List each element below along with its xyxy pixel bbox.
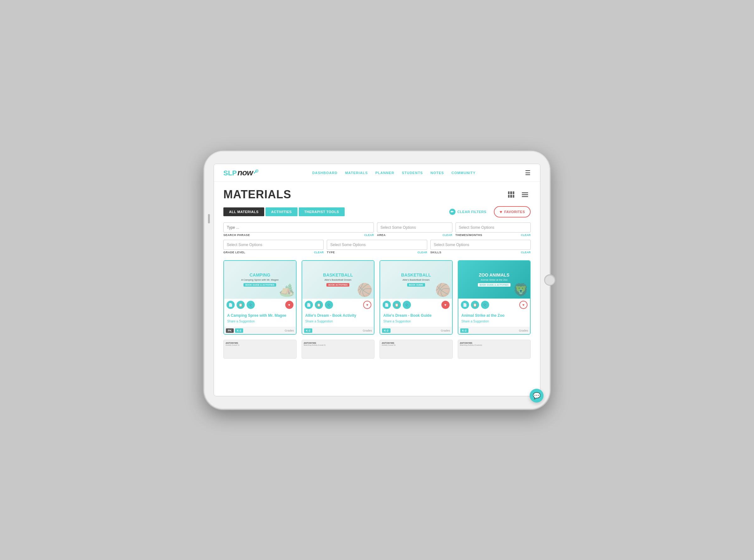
card-basketball2: BASKETBALL Allie's Basketball Dream BOOK… bbox=[380, 260, 453, 335]
clear-filters-button[interactable]: ✏ CLEAR FILTERS bbox=[445, 207, 491, 217]
nav-students[interactable]: STUDENTS bbox=[402, 171, 423, 175]
card-basketball2-illustration: 🏀 bbox=[434, 281, 452, 299]
card-camping-grade-pk: PK bbox=[226, 328, 234, 333]
card-small-antonyms3[interactable]: ANTONYMS Activity (Level 3) bbox=[380, 340, 453, 359]
card-camping-badge: BOOK GUIDE & ACTIVITIES bbox=[243, 283, 276, 286]
card-small-antonyms4[interactable]: ANTONYMS Matching Activity (Custom) bbox=[458, 340, 531, 359]
home-button[interactable] bbox=[544, 274, 555, 286]
card-basketball1-action-print[interactable]: 📄 bbox=[305, 301, 313, 309]
filter-type-label-row: TYPE CLEAR bbox=[327, 251, 427, 254]
filter-themes-label-row: THEMES/MONTHS CLEAR bbox=[455, 234, 531, 237]
filter-themes-select[interactable]: Select Some Options bbox=[455, 222, 531, 233]
card-basketball2-title: Allie's Dream - Book Guide bbox=[383, 313, 449, 318]
card-camping-action-save[interactable]: 📎 bbox=[247, 301, 255, 309]
filter-search-label: SEARCH PHRASE bbox=[223, 234, 250, 237]
filter-themes-clear[interactable]: CLEAR bbox=[521, 234, 531, 237]
favorites-label: FAVORITES bbox=[504, 210, 525, 214]
card-zoo-action-save[interactable]: 📎 bbox=[481, 301, 489, 309]
card-small-antonyms1[interactable]: ANTONYMS Activity (Level 1) bbox=[223, 340, 297, 359]
list-view-button[interactable] bbox=[519, 189, 531, 200]
clear-filters-label: CLEAR FILTERS bbox=[457, 210, 486, 214]
card-basketball1-suggestion[interactable]: Share a Suggestion bbox=[305, 320, 371, 323]
filter-type-select[interactable]: Select Some Options bbox=[327, 240, 427, 250]
card-small-antonyms2-title: ANTONYMS bbox=[304, 342, 373, 344]
logo-slp: SLP bbox=[223, 169, 237, 177]
card-zoo-action-view[interactable]: 📋 bbox=[471, 301, 479, 309]
nav-notes[interactable]: NOTES bbox=[430, 171, 444, 175]
card-camping-suggestion[interactable]: Share a Suggestion bbox=[227, 320, 293, 323]
card-zoo-illustration: 🦁 bbox=[512, 281, 530, 299]
card-zoo: ZOO ANIMALS Animal Strike at the Zoo BOO… bbox=[458, 260, 531, 335]
filter-area-label-row: AREA CLEAR bbox=[377, 234, 452, 237]
card-basketball2-suggestion[interactable]: Share a Suggestion bbox=[383, 320, 449, 323]
filter-search: SEARCH PHRASE CLEAR bbox=[223, 222, 374, 237]
card-basketball1-actions: 📄 📋 📎 ♥ bbox=[302, 299, 374, 311]
card-basketball1-action-save[interactable]: 📎 bbox=[325, 301, 333, 309]
tab-therapist-tools[interactable]: THERAPIST TOOLS bbox=[299, 207, 345, 216]
card-zoo-action-print[interactable]: 📄 bbox=[461, 301, 469, 309]
filter-grade-clear[interactable]: CLEAR bbox=[314, 251, 324, 254]
card-camping-thumb-subtitle: A Camping Spree with Mr. Magee bbox=[241, 278, 279, 281]
card-camping-title: A Camping Spree with Mr. Magee bbox=[227, 313, 293, 318]
side-button[interactable] bbox=[208, 214, 210, 223]
filter-skills-select[interactable]: Select Some Options bbox=[430, 240, 531, 250]
tab-all-materials[interactable]: ALL MATERIALS bbox=[223, 207, 264, 216]
list-icon bbox=[522, 192, 528, 198]
list-line bbox=[522, 196, 528, 197]
filter-type-clear[interactable]: CLEAR bbox=[417, 251, 427, 254]
card-zoo-badge: BOOK GUIDE & ACTIVITIES bbox=[478, 283, 511, 286]
grid-dot bbox=[508, 195, 510, 198]
card-small-antonyms4-bg: ANTONYMS Matching Activity (Custom) bbox=[458, 340, 531, 358]
favorites-button[interactable]: ♥ FAVORITES bbox=[494, 206, 531, 218]
card-small-antonyms1-sub: Activity (Level 1) bbox=[226, 344, 294, 346]
filter-search-clear[interactable]: CLEAR bbox=[364, 234, 374, 237]
main-content: MATERIALS bbox=[214, 182, 540, 396]
card-basketball1-badge: BOOK ACTIVITIES bbox=[326, 283, 349, 286]
card-basketball1-title: Allie's Dream - Book Activity bbox=[305, 313, 371, 318]
card-zoo-body: Animal Strike at the Zoo Share a Suggest… bbox=[458, 311, 530, 327]
card-basketball2-thumb-title: BASKETBALL bbox=[401, 273, 431, 278]
card-zoo-suggestion[interactable]: Share a Suggestion bbox=[462, 320, 527, 323]
card-basketball1-illustration: 🏀 bbox=[355, 281, 374, 299]
card-basketball1-action-view[interactable]: 📋 bbox=[315, 301, 323, 309]
chat-bubble-button[interactable]: 💬 bbox=[530, 389, 544, 403]
filter-type-label: TYPE bbox=[327, 251, 335, 254]
card-small-antonyms2[interactable]: ANTONYMS Matching Activity (Level 2) bbox=[302, 340, 375, 359]
page-title-row: MATERIALS bbox=[223, 188, 531, 201]
filter-area-select[interactable]: Select Some Options bbox=[377, 222, 452, 233]
card-zoo-heart[interactable]: ♥ bbox=[519, 301, 528, 309]
filter-area-clear[interactable]: CLEAR bbox=[443, 234, 452, 237]
card-zoo-thumbnail: ZOO ANIMALS Animal Strike at the Zoo BOO… bbox=[458, 261, 530, 299]
search-input[interactable] bbox=[223, 222, 374, 233]
card-small-antonyms2-bg: ANTONYMS Matching Activity (Level 2) bbox=[302, 340, 374, 358]
card-basketball2-heart[interactable]: ♥ bbox=[442, 301, 450, 309]
cards-grid-bottom: ANTONYMS Activity (Level 1) ANTONYMS Mat… bbox=[223, 340, 531, 359]
tab-activities[interactable]: ACTIVITIES bbox=[265, 207, 298, 216]
card-basketball2-action-save[interactable]: 📎 bbox=[403, 301, 411, 309]
list-line bbox=[522, 194, 528, 195]
filter-skills: Select Some Options SKILLS CLEAR bbox=[430, 240, 531, 254]
card-camping-heart[interactable]: ♥ bbox=[285, 301, 293, 309]
card-basketball2-action-print[interactable]: 📄 bbox=[383, 301, 391, 309]
grid-icon bbox=[508, 192, 514, 198]
card-basketball2-actions: 📄 📋 📎 ♥ bbox=[380, 299, 452, 311]
filter-skills-clear[interactable]: CLEAR bbox=[521, 251, 531, 254]
nav-planner[interactable]: PLANNER bbox=[375, 171, 394, 175]
filter-grade-select[interactable]: Select Some Options bbox=[223, 240, 324, 250]
card-camping-action-print[interactable]: 📄 bbox=[226, 301, 235, 309]
nav-community[interactable]: COMMUNITY bbox=[451, 171, 476, 175]
grid-view-button[interactable] bbox=[506, 189, 517, 200]
filter-grade: Select Some Options GRADE LEVEL CLEAR bbox=[223, 240, 324, 254]
nav-materials[interactable]: MATERIALS bbox=[345, 171, 368, 175]
card-camping-actions: 📄 📋 📎 ♥ bbox=[224, 299, 296, 311]
nav-dashboard[interactable]: DASHBOARD bbox=[312, 171, 338, 175]
hamburger-icon[interactable]: ☰ bbox=[525, 169, 531, 177]
card-basketball1-heart[interactable]: ♥ bbox=[363, 301, 371, 309]
card-camping-grade-k2: K-2 bbox=[235, 328, 243, 333]
card-small-antonyms1-bg: ANTONYMS Activity (Level 1) bbox=[224, 340, 296, 358]
card-basketball2-action-view[interactable]: 📋 bbox=[393, 301, 401, 309]
tablet-frame: SLP now✓ DASHBOARD MATERIALS PLANNER STU… bbox=[204, 151, 550, 409]
card-camping: CAMPING A Camping Spree with Mr. Magee B… bbox=[223, 260, 297, 335]
card-camping-action-view[interactable]: 📋 bbox=[237, 301, 245, 309]
logo[interactable]: SLP now✓ bbox=[223, 168, 257, 178]
